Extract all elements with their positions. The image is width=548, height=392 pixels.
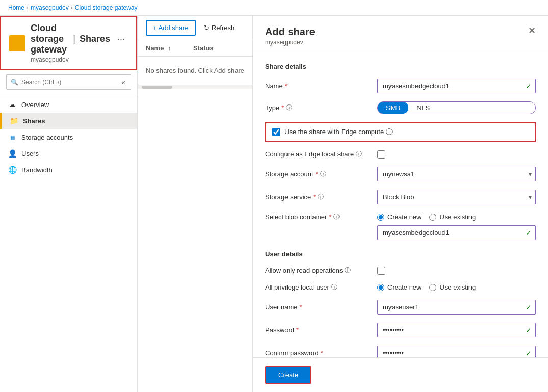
storage-account-select[interactable]: mynewsa1 — [377, 167, 536, 181]
confirm-password-input[interactable] — [377, 346, 536, 357]
refresh-label: Refresh — [212, 24, 235, 32]
add-share-label: + Add share — [153, 24, 189, 32]
sidebar-item-overview[interactable]: ☁ Overview — [0, 96, 137, 113]
privilege-use-existing-radio[interactable] — [429, 284, 436, 291]
panel-body: Share details Name * ✓ Type — [253, 50, 548, 357]
search-input[interactable] — [21, 79, 117, 86]
read-only-info-icon[interactable]: ⓘ — [345, 266, 351, 275]
privilege-user-label: All privilege local user ⓘ — [265, 283, 377, 292]
svg-rect-1 — [13, 39, 16, 41]
privilege-user-radio-wrapper: Create new Use existing — [377, 283, 536, 291]
edge-compute-checkbox[interactable] — [272, 128, 280, 136]
username-field-wrapper: ✓ — [377, 300, 536, 315]
add-share-button[interactable]: + Add share — [146, 20, 196, 36]
search-icon: 🔍 — [11, 79, 18, 86]
edge-compute-label: Use the share with Edge compute ⓘ — [284, 127, 393, 137]
privilege-user-radio-group: Create new Use existing — [377, 283, 536, 291]
privilege-user-info-icon[interactable]: ⓘ — [331, 283, 337, 292]
left-panel: Cloud storage gateway | Shares ··· myase… — [0, 16, 138, 392]
form-row-privilege-user: All privilege local user ⓘ Create new Us… — [265, 283, 536, 292]
table-empty-message: No shares found. Click Add share — [138, 57, 252, 85]
storage-service-info-icon[interactable]: ⓘ — [318, 193, 324, 201]
resource-subtitle: myasegpudev — [31, 56, 128, 63]
blob-container-radio-group: Create new Use existing — [377, 213, 536, 221]
user-details-section-title: User details — [265, 250, 536, 258]
blob-container-label: Select blob container * ⓘ — [265, 213, 377, 221]
search-box: 🔍 « — [6, 74, 131, 90]
breadcrumb-resource-group[interactable]: myasegpudev — [31, 4, 69, 11]
storage-service-dropdown-icon: ▾ — [529, 194, 532, 201]
create-button[interactable]: Create — [265, 366, 311, 384]
storage-account-info-icon[interactable]: ⓘ — [320, 170, 326, 178]
panel-footer: Create — [253, 357, 548, 392]
storage-icon: ▦ — [8, 133, 16, 141]
blob-use-existing-radio[interactable] — [429, 214, 436, 221]
edge-compute-row: Use the share with Edge compute ⓘ — [265, 122, 536, 142]
container-name-input[interactable] — [377, 225, 536, 240]
storage-account-label: Storage account * ⓘ — [265, 170, 377, 178]
breadcrumb-home[interactable]: Home — [8, 4, 24, 11]
configure-edge-checkbox-wrapper — [377, 150, 536, 159]
configure-edge-checkbox[interactable] — [377, 150, 385, 159]
panel-header: Add share myasegpudev ✕ — [253, 16, 548, 50]
privilege-use-existing-option[interactable]: Use existing — [429, 283, 476, 291]
configure-edge-label: Configure as Edge local share ⓘ — [265, 150, 377, 159]
confirm-password-label: Confirm password * — [265, 349, 377, 357]
form-row-read-only: Allow only read operations ⓘ — [265, 266, 536, 275]
privilege-create-new-option[interactable]: Create new — [377, 283, 421, 291]
sidebar-item-bandwidth[interactable]: 🌐 Bandwidth — [0, 162, 137, 178]
scrollbar-thumb[interactable] — [142, 86, 172, 89]
blob-use-existing-option[interactable]: Use existing — [429, 213, 476, 221]
sort-icon: ↕ — [168, 44, 171, 52]
storage-account-dropdown-icon: ▾ — [529, 171, 532, 178]
read-only-checkbox[interactable] — [377, 267, 385, 275]
resource-title-area: Cloud storage gateway | Shares ··· myase… — [31, 23, 128, 63]
sidebar-item-storage-accounts[interactable]: ▦ Storage accounts — [0, 129, 137, 145]
sidebar-item-overview-label: Overview — [21, 101, 49, 109]
read-only-checkbox-wrapper — [377, 267, 536, 275]
type-info-icon[interactable]: ⓘ — [286, 103, 292, 112]
storage-service-select[interactable]: Block Blob Page Blob Azure Files — [377, 190, 536, 204]
user-icon: 👤 — [8, 149, 16, 158]
type-toggle: SMB NFS — [377, 101, 536, 114]
storage-service-field-wrapper: Block Blob Page Blob Azure Files ▾ — [377, 190, 536, 204]
username-check-icon: ✓ — [526, 303, 532, 311]
sidebar-item-shares-label: Shares — [23, 117, 45, 125]
storage-account-field-wrapper: mynewsa1 ▾ — [377, 167, 536, 181]
container-name-check-icon: ✓ — [526, 229, 532, 237]
bandwidth-icon: 🌐 — [8, 166, 16, 174]
blob-create-new-radio[interactable] — [377, 214, 384, 221]
close-button[interactable]: ✕ — [528, 26, 536, 35]
user-details-section: User details — [265, 250, 536, 258]
sidebar-item-users[interactable]: 👤 Users — [0, 145, 137, 162]
password-field-wrapper: ✓ — [377, 323, 536, 337]
breadcrumb-resource[interactable]: Cloud storage gateway — [75, 4, 138, 11]
blob-container-radio-wrapper: Create new Use existing — [377, 213, 536, 221]
type-smb-option[interactable]: SMB — [378, 102, 408, 114]
collapse-button[interactable]: « — [120, 77, 126, 87]
password-input[interactable] — [377, 323, 536, 337]
refresh-button[interactable]: ↻ Refresh — [200, 21, 239, 35]
configure-edge-info-icon[interactable]: ⓘ — [356, 150, 362, 159]
table-header: Name ↕ Status — [138, 40, 252, 57]
type-nfs-option[interactable]: NFS — [408, 102, 438, 114]
sidebar-item-shares[interactable]: 📁 Shares — [0, 113, 137, 129]
form-row-type: Type * ⓘ SMB NFS — [265, 101, 536, 114]
username-input[interactable] — [377, 300, 536, 315]
privilege-create-new-radio[interactable] — [377, 284, 384, 291]
form-row-confirm-password: Confirm password * ✓ — [265, 346, 536, 357]
horizontal-scrollbar[interactable] — [138, 85, 252, 89]
form-row-name: Name * ✓ — [265, 79, 536, 93]
name-field-wrapper: ✓ — [377, 79, 536, 93]
type-label: Type * ⓘ — [265, 103, 377, 112]
read-only-label: Allow only read operations ⓘ — [265, 266, 377, 275]
col-name-header[interactable]: Name ↕ — [146, 44, 193, 52]
form-row-container-name: ✓ — [265, 225, 536, 240]
name-input[interactable] — [377, 79, 536, 93]
blob-container-info-icon[interactable]: ⓘ — [333, 213, 340, 221]
container-name-wrapper: ✓ — [377, 225, 536, 240]
more-options-button[interactable]: ··· — [114, 33, 128, 45]
blob-create-new-option[interactable]: Create new — [377, 213, 421, 221]
col-status-header: Status — [193, 44, 244, 52]
edge-compute-info-icon[interactable]: ⓘ — [386, 128, 393, 136]
